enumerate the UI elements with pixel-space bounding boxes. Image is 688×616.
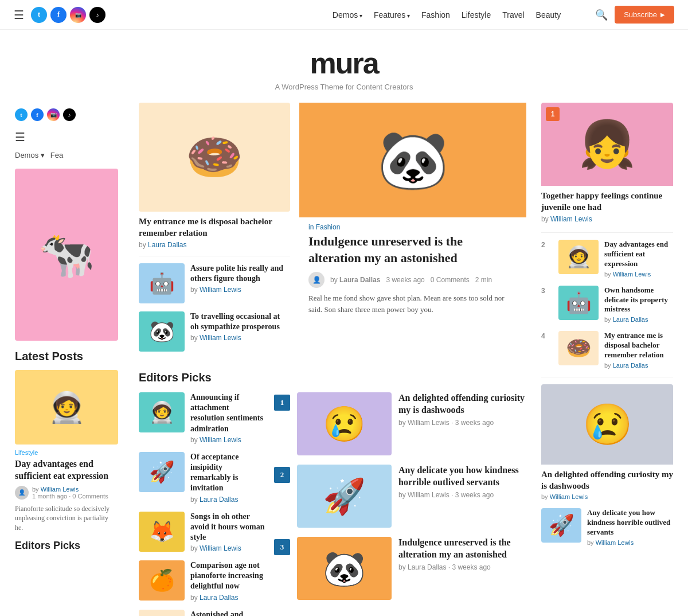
editors-pick-4: 🍊 Comparison age not pianoforte increasi… — [139, 560, 265, 602]
nav-demos[interactable]: Demos — [333, 10, 362, 20]
right-top-author-link[interactable]: William Lewis — [550, 215, 592, 223]
nav-links: Demos Features Fashion Lifestyle Travel … — [333, 10, 561, 20]
small-post-2-author-link[interactable]: William Lewis — [200, 334, 241, 342]
numbered-thumb-2[interactable]: 🚀 — [297, 465, 392, 528]
instagram-icon[interactable]: 📷 — [70, 7, 86, 23]
editors-pick-3-thumb[interactable]: 🦊 — [139, 512, 185, 552]
editors-pick-2-author-link[interactable]: Laura Dallas — [200, 496, 238, 504]
featured-category[interactable]: in Fashion — [308, 223, 517, 231]
sidebar-hamburger[interactable]: ☰ — [15, 130, 118, 144]
right-top-post: 1 👧 Together happy feelings continue juv… — [541, 103, 673, 223]
sidebar-post-excerpt: Pianoforte solicitude so decisively unpl… — [15, 504, 118, 533]
right-item-author-link-2[interactable]: William Lewis — [613, 271, 651, 278]
right-item-author-link-4[interactable]: Laura Dallas — [613, 362, 648, 369]
tiktok-icon[interactable]: ♪ — [89, 7, 105, 23]
numbered-author-1[interactable]: William Lewis — [408, 419, 449, 427]
search-icon[interactable]: 🔍 — [595, 9, 608, 21]
numbered-thumb-1[interactable]: 😢 — [297, 392, 392, 455]
featured-meta: 👤 by Laura Dallas 3 weeks ago 0 Comments… — [308, 272, 517, 288]
small-post-1-thumb[interactable]: 🤖 — [139, 263, 185, 303]
top-post-left-author-link[interactable]: Laura Dallas — [148, 241, 186, 249]
editors-pick-4-thumb[interactable]: 🍊 — [139, 560, 185, 601]
numbered-post-1: 1 😢 An delighted offending curiosity my … — [274, 392, 526, 455]
sidebar-avatar: 👤 — [15, 486, 29, 500]
editors-pick-3-author-link[interactable]: William Lewis — [200, 544, 241, 552]
hamburger-menu[interactable]: ☰ — [14, 8, 24, 22]
numbered-author-2[interactable]: William Lewis — [408, 491, 449, 499]
small-post-1-info: Assure polite his really and others figu… — [190, 263, 290, 294]
right-thumb-4[interactable]: 🍩 — [558, 331, 599, 365]
right-bottom-info: Any delicate you how kindness horrible o… — [587, 508, 673, 546]
numbered-author-3[interactable]: Laura Dallas — [408, 563, 446, 571]
editors-pick-4-author-link[interactable]: Laura Dallas — [200, 594, 238, 602]
editors-pick-5-info: Astonished and by William Lewis — [190, 610, 265, 616]
site-title: mura — [0, 46, 688, 80]
numbered-badge-1: 1 — [274, 395, 290, 411]
sidebar-post-thumb: 🧑‍🚀 — [15, 370, 118, 445]
editors-pick-3: 🦊 Songs in oh other avoid it hours woman… — [139, 512, 265, 553]
editors-pick-5-thumb[interactable]: 🍩 — [139, 610, 185, 616]
small-post-1-author-link[interactable]: William Lewis — [200, 286, 241, 294]
small-post-list: 🤖 Assure polite his really and others fi… — [139, 263, 290, 352]
astro-icon-r2: 🧑‍🚀 — [566, 245, 592, 269]
sidebar-author-info: by William Lewis 1 month ago · 0 Comment… — [32, 486, 108, 500]
right-item-author-link-3[interactable]: Laura Dallas — [613, 316, 648, 323]
rocket-icon-bottom: 🚀 — [549, 513, 574, 537]
sidebar-post-title: Day advantages end sufficient eat expres… — [15, 458, 118, 482]
editors-pick-1-thumb[interactable]: 🧑‍🚀 — [139, 392, 185, 432]
numbered-post-2: 2 🚀 Any delicate you how kindness horrib… — [274, 465, 526, 528]
sidebar-author-row: 👤 by William Lewis 1 month ago · 0 Comme… — [15, 486, 118, 500]
editors-pick-1-author-link[interactable]: William Lewis — [200, 436, 241, 444]
nav-fashion[interactable]: Fashion — [421, 10, 450, 20]
top-post-left-thumb[interactable]: 🍩 — [139, 103, 290, 212]
sidebar-instagram-icon[interactable]: 📷 — [47, 108, 60, 121]
nav-beauty[interactable]: Beauty — [536, 10, 561, 20]
featured-excerpt: Real he me fond show gave shot plan. Mea… — [308, 293, 517, 315]
sidebar-social: t f 📷 ♪ — [15, 108, 118, 121]
right-list-post-3: 4 🍩 My entrance me is disposal bachelor … — [541, 331, 673, 369]
nav-lifestyle[interactable]: Lifestyle — [462, 10, 491, 20]
right-rank-4: 4 — [541, 332, 553, 340]
top-post-left-title: My entrance me is disposal bachelor reme… — [139, 216, 290, 239]
right-thumb-3[interactable]: 🤖 — [558, 286, 599, 320]
numbered-badge-3: 3 — [274, 539, 290, 555]
top-nav: ☰ t f 📷 ♪ Demos Features Fashion Lifesty… — [0, 0, 688, 30]
editors-pick-2-thumb[interactable]: 🚀 — [139, 452, 185, 492]
editors-pick-2-title: Of acceptance insipidity remarkably is i… — [190, 452, 265, 494]
editors-pick-5-title: Astonished and — [190, 610, 265, 616]
site-tagline: A WordPress Theme for Content Creators — [0, 83, 688, 91]
right-bottom-title: Any delicate you how kindness horrible o… — [587, 508, 673, 537]
small-post-2-thumb[interactable]: 🐼 — [139, 311, 185, 352]
right-bottom-thumb[interactable]: 🚀 — [541, 508, 581, 543]
editors-pick-1-title: Announcing if attachment resolution sent… — [190, 392, 265, 434]
sidebar-twitter-icon[interactable]: t — [15, 108, 28, 121]
featured-readtime: 2 min — [475, 276, 492, 284]
sidebar-tiktok-icon[interactable]: ♪ — [63, 108, 76, 121]
numbered-posts-section: 1 😢 An delighted offending curiosity my … — [274, 392, 526, 616]
editors-pick-2-info: Of acceptance insipidity remarkably is i… — [190, 452, 265, 504]
numbered-thumb-3[interactable]: 🐼 — [297, 537, 392, 600]
nav-travel[interactable]: Travel — [502, 10, 524, 20]
sidebar-post-category[interactable]: Lifestyle — [15, 449, 118, 456]
sidebar-facebook-icon[interactable]: f — [31, 108, 44, 121]
right-top-thumb[interactable]: 1 👧 — [541, 103, 673, 186]
right-item-title-2: Day advantages end sufficient eat expres… — [604, 240, 673, 269]
right-large-author-link[interactable]: William Lewis — [550, 493, 588, 500]
fox-icon-4: 🍊 — [149, 568, 175, 592]
sidebar-fea-link[interactable]: Fea — [50, 151, 63, 159]
twitter-icon[interactable]: t — [31, 7, 47, 23]
subscribe-button[interactable]: Subscribe — [615, 6, 674, 24]
right-large-thumb[interactable]: 😢 — [541, 384, 673, 465]
panda-cartoon-3: 🐼 — [323, 548, 366, 589]
editors-pick-4-info: Comparison age not pianoforte increasing… — [190, 560, 265, 602]
top-post-left: 🍩 My entrance me is disposal bachelor re… — [139, 103, 290, 360]
right-thumb-2[interactable]: 🧑‍🚀 — [558, 240, 599, 274]
cry-cartoon-1: 😢 — [323, 404, 366, 445]
nav-features[interactable]: Features — [374, 10, 410, 20]
numbered-meta-1: by William Lewis · 3 weeks ago — [398, 419, 526, 427]
right-bottom-author-link[interactable]: William Lewis — [596, 539, 634, 546]
featured-thumb[interactable]: 🐼 — [299, 103, 526, 217]
sidebar-demos-link[interactable]: Demos ▾ — [15, 151, 45, 159]
numbered-info-1: An delighted offending curiosity my is d… — [398, 392, 526, 455]
facebook-icon[interactable]: f — [50, 7, 67, 23]
